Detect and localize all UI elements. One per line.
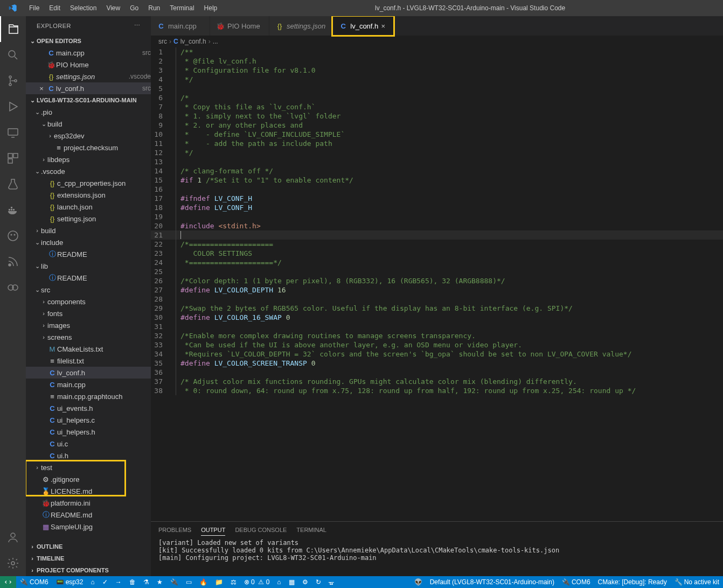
open-editors-section[interactable]: ⌄ OPEN EDITORS bbox=[26, 35, 151, 47]
file-item[interactable]: {}settings.json bbox=[26, 213, 151, 225]
settings-gear-icon[interactable] bbox=[0, 550, 26, 576]
file-item[interactable]: ⓘREADME bbox=[26, 248, 151, 260]
sb-check-icon[interactable]: ✓ bbox=[99, 576, 112, 588]
sb-arrow-icon[interactable]: → bbox=[112, 576, 126, 588]
sb-home-icon[interactable]: ⌂ bbox=[87, 576, 98, 588]
folder-item[interactable]: ›test bbox=[26, 461, 151, 473]
arduino-icon[interactable] bbox=[0, 275, 26, 300]
sb-home2-icon[interactable]: ⌂ bbox=[273, 576, 284, 588]
file-item[interactable]: 🐞platformio.ini bbox=[26, 497, 151, 509]
close-icon[interactable]: × bbox=[37, 85, 46, 93]
sb-star-icon[interactable]: ★ bbox=[153, 576, 166, 588]
folder-item[interactable]: ⌄src bbox=[26, 284, 151, 296]
sb-board[interactable]: 📟 esp32 bbox=[52, 576, 87, 588]
panel-tab-debug-console[interactable]: DEBUG CONSOLE bbox=[235, 524, 287, 535]
remote-icon[interactable] bbox=[0, 120, 26, 145]
menu-terminal[interactable]: Terminal bbox=[165, 2, 198, 14]
menu-file[interactable]: File bbox=[25, 2, 44, 14]
outline-section[interactable]: › OUTLINE bbox=[26, 541, 151, 552]
sb-refresh-icon[interactable]: ↻ bbox=[312, 576, 325, 588]
file-item[interactable]: ≡main.cpp.graphtouch bbox=[26, 390, 151, 402]
folder-item[interactable]: ›libdeps bbox=[26, 153, 151, 165]
file-item[interactable]: ≡project.checksum bbox=[26, 142, 151, 153]
file-item[interactable]: Cui.h bbox=[26, 450, 151, 461]
folder-item[interactable]: ›fonts bbox=[26, 307, 151, 319]
sb-errwarn[interactable]: ⊗ 0 ⚠ 0 bbox=[240, 576, 274, 588]
project-components-section[interactable]: › PROJECT COMPONENTS bbox=[26, 564, 151, 576]
file-item[interactable]: Cui_helpers.c bbox=[26, 414, 151, 426]
menu-view[interactable]: View bbox=[102, 2, 124, 14]
accounts-icon[interactable] bbox=[0, 524, 26, 550]
more-icon[interactable]: ⋯ bbox=[134, 22, 141, 29]
panel-tab-output[interactable]: OUTPUT bbox=[201, 524, 225, 536]
panel-tab-problems[interactable]: PROBLEMS bbox=[158, 524, 191, 535]
editor-tab[interactable]: Clv_conf.h× bbox=[331, 16, 395, 37]
sb-platform-icon[interactable]: 👽 bbox=[411, 576, 426, 588]
sb-fire-icon[interactable]: 🔥 bbox=[196, 576, 211, 588]
folder-item[interactable]: ⌄build bbox=[26, 118, 151, 130]
sb-com[interactable]: 🔌 COM6 bbox=[16, 576, 52, 588]
sb-usb-icon[interactable]: ᚗ bbox=[325, 576, 337, 588]
open-editor-item[interactable]: {}settings.json.vscode bbox=[26, 71, 151, 82]
folder-item[interactable]: ›components bbox=[26, 296, 151, 307]
sb-filter-icon[interactable]: ⚖ bbox=[227, 576, 240, 588]
folder-item[interactable]: ⌄.pio bbox=[26, 106, 151, 118]
file-item[interactable]: ⓘREADME.md bbox=[26, 509, 151, 521]
sb-gear-icon[interactable]: ⚙ bbox=[298, 576, 312, 588]
open-editor-item[interactable]: Cmain.cppsrc bbox=[26, 47, 151, 59]
sb-plug-icon[interactable]: 🔌 bbox=[166, 576, 182, 588]
folder-item[interactable]: ⌄lib bbox=[26, 260, 151, 272]
close-icon[interactable]: × bbox=[378, 22, 388, 30]
sb-terminal-icon[interactable]: ▭ bbox=[182, 576, 196, 588]
platformio-icon[interactable] bbox=[0, 223, 26, 249]
menu-help[interactable]: Help bbox=[200, 2, 222, 14]
sb-chip-icon[interactable]: ▦ bbox=[285, 576, 298, 588]
file-item[interactable]: ▦SampleUI.jpg bbox=[26, 521, 151, 533]
docker-icon[interactable] bbox=[0, 197, 26, 223]
file-item[interactable]: MCMakeLists.txt bbox=[26, 343, 151, 355]
file-item[interactable]: ⚙.gitignore bbox=[26, 473, 151, 485]
file-item[interactable]: 🏅LICENSE.md bbox=[26, 485, 151, 497]
menu-edit[interactable]: Edit bbox=[45, 2, 65, 14]
source-control-icon[interactable] bbox=[0, 68, 26, 94]
file-item[interactable]: Cui_helpers.h bbox=[26, 426, 151, 438]
menu-run[interactable]: Run bbox=[144, 2, 164, 14]
file-item[interactable]: {}launch.json bbox=[26, 201, 151, 213]
rss-icon[interactable] bbox=[0, 249, 26, 275]
sb-beaker-icon[interactable]: ⚗ bbox=[140, 576, 153, 588]
sb-default[interactable]: Default (LVGL8-WT32-SC01-Arduino-main) bbox=[426, 576, 558, 588]
file-item[interactable]: Cui.c bbox=[26, 438, 151, 450]
folder-item[interactable]: ›screens bbox=[26, 331, 151, 343]
search-icon[interactable] bbox=[0, 42, 26, 68]
editor-body[interactable]: 1/**2 * @file lv_conf.h3 * Configuration… bbox=[151, 47, 723, 521]
sb-com-r[interactable]: 🔌 COM6 bbox=[558, 576, 594, 588]
sb-cmake[interactable]: CMake: [Debug]: Ready bbox=[594, 576, 671, 588]
file-item[interactable]: {}c_cpp_properties.json bbox=[26, 177, 151, 189]
file-item[interactable]: Clv_conf.h bbox=[26, 367, 151, 379]
sb-kit[interactable]: 🔧 No active kit bbox=[671, 576, 723, 588]
file-item[interactable]: Cmain.cpp bbox=[26, 379, 151, 390]
run-debug-icon[interactable] bbox=[0, 94, 26, 120]
menu-go[interactable]: Go bbox=[126, 2, 143, 14]
editor-tab[interactable]: Cmain.cpp bbox=[151, 16, 210, 36]
editor-tab[interactable]: {}settings.json bbox=[269, 16, 331, 36]
sb-folder-icon[interactable]: 📁 bbox=[211, 576, 227, 588]
folder-item[interactable]: ⌄.vscode bbox=[26, 165, 151, 177]
explorer-icon[interactable] bbox=[0, 16, 26, 42]
file-item[interactable]: ⓘREADME bbox=[26, 272, 151, 284]
project-section[interactable]: ⌄ LVGL8-WT32-SC01-ARDUINO-MAIN bbox=[26, 94, 151, 106]
folder-item[interactable]: ›esp32dev bbox=[26, 130, 151, 142]
open-editor-item[interactable]: 🐞PIO Home bbox=[26, 59, 151, 71]
testing-icon[interactable] bbox=[0, 171, 26, 197]
file-item[interactable]: {}extensions.json bbox=[26, 189, 151, 201]
panel-output[interactable]: [variant] Loaded new set of variants [ki… bbox=[151, 538, 723, 576]
sb-trash-icon[interactable]: 🗑 bbox=[126, 576, 140, 588]
timeline-section[interactable]: › TIMELINE bbox=[26, 552, 151, 564]
file-item[interactable]: ≡filelist.txt bbox=[26, 355, 151, 367]
menu-selection[interactable]: Selection bbox=[66, 2, 101, 14]
open-editor-item[interactable]: ×Clv_conf.hsrc bbox=[26, 82, 151, 94]
breadcrumb[interactable]: src›Clv_conf.h›... bbox=[151, 36, 723, 47]
folder-item[interactable]: ›build bbox=[26, 225, 151, 236]
folder-item[interactable]: ›images bbox=[26, 319, 151, 331]
panel-tab-terminal[interactable]: TERMINAL bbox=[296, 524, 326, 535]
